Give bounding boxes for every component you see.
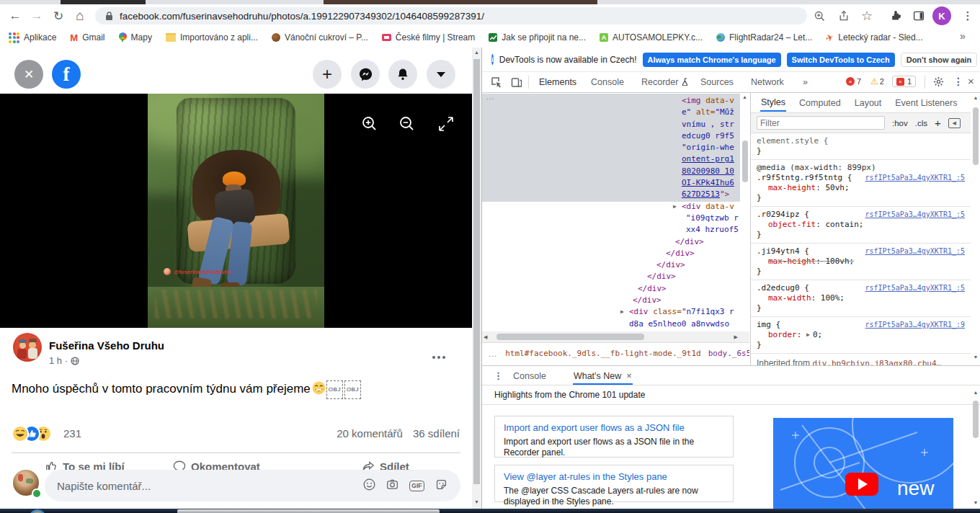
devtools-close-icon[interactable]: × [968,75,974,87]
post-photo[interactable]: @fuserinavsehodruhu [148,94,324,328]
zoom-in-button[interactable] [361,115,378,135]
dont-show-again-button[interactable]: Don't show again [901,53,978,67]
styles-scrollbar[interactable]: ▲ ▼ [971,93,980,365]
style-rule[interactable]: img {rsfIPt5aPa3…4gyXKTR1_:9 border0; } [751,316,971,353]
tab-event-listeners[interactable]: Event Listeners [894,93,958,112]
reload-button[interactable]: ↻ [49,6,68,25]
dom-tree[interactable]: <img data-v e" alt="Můž vnímu , str edcu… [482,95,740,330]
drawer-tab-console[interactable]: Console [512,366,547,385]
account-menu-button[interactable] [427,60,455,89]
tab-close-icon[interactable]: × [626,370,632,381]
tab-console[interactable]: Console [590,72,625,92]
post-time[interactable]: 1 h [49,355,62,366]
share-button[interactable]: Sdílet [362,460,409,470]
fullscreen-button[interactable] [437,115,455,135]
style-rule[interactable]: .r0294ipz {rsfIPt5aPa3…4gyXKTR1_:5 objec… [751,206,971,243]
scroll-left-arrow[interactable]: ◀ [484,331,487,342]
bookmark-item[interactable]: Jak se připojit na ne... [489,32,586,43]
post-author-avatar[interactable] [13,333,42,362]
device-toolbar-icon[interactable] [511,76,522,91]
attach-photo-icon[interactable] [386,478,398,494]
page-scrollbar[interactable]: ▲ ▼ [472,48,481,509]
back-button[interactable]: ← [6,6,24,25]
facebook-logo[interactable]: f [52,60,81,89]
tab-sources[interactable]: Sources [700,72,734,92]
forward-button[interactable]: → [27,6,46,25]
breadcrumb-overflow[interactable]: ... [489,349,497,358]
bookmark-item[interactable]: M Gmail [70,32,104,43]
scroll-down-arrow[interactable]: ▼ [971,498,980,508]
match-language-button[interactable]: Always match Chrome's language [643,53,781,67]
shares-count[interactable]: 36 sdílení [413,427,460,440]
side-panel-icon[interactable] [909,6,928,25]
computed-panel-toggle-icon[interactable]: ◀ [948,118,961,128]
emoji-picker-icon[interactable] [363,478,375,494]
messenger-button[interactable] [351,60,380,89]
bookmark-item[interactable]: A AUTOSAMOLEPKY.c... [600,32,703,43]
extensions-icon[interactable] [886,6,905,25]
error-badge[interactable]: × 7 [846,77,861,86]
elements-hscrollbar[interactable]: ◀ ▶ [482,331,749,342]
tab-recorder[interactable]: Recorder [641,72,689,92]
bookmark-item[interactable]: Aplikace [9,32,56,43]
create-post-button[interactable]: + [313,60,342,89]
whatsnew-card-title[interactable]: View @layer at-rules in the Styles pane [504,471,724,482]
new-style-rule-button[interactable]: + [935,117,941,129]
elements-scrollbar[interactable]: ▲ [740,93,749,331]
photo-close-button[interactable]: ✕ [14,60,43,89]
style-rule[interactable]: element.style { } [751,133,971,159]
devtools-menu-icon[interactable]: ⋮ [953,76,963,87]
hover-state-toggle[interactable]: :hov [892,119,908,128]
stylesheet-link[interactable]: rsfIPt5aPa3…4gyXKTR1_:5 [865,283,965,293]
style-rule[interactable]: .ji94ytn4 {rsfIPt5aPa3…4gyXKTR1_:5 max-h… [751,243,971,280]
comment-input-pill[interactable]: Napište komentář... GIF [45,470,460,501]
bookmark-item[interactable]: Importováno z apli... [166,32,258,43]
taskbar-window-button[interactable] [177,509,440,513]
styles-filter-input[interactable] [757,116,885,130]
switch-czech-button[interactable]: Switch DevTools to Czech [787,53,895,67]
scroll-up-arrow[interactable]: ▲ [740,93,749,103]
tab-computed[interactable]: Computed [798,93,842,112]
stylesheet-link[interactable]: rsfIPt5aPa3…4gyXKTR1_:5 [865,210,965,220]
scroll-up-arrow[interactable]: ▲ [472,48,481,58]
browser-menu-icon[interactable]: ⋮ [958,6,977,25]
youtube-play-button[interactable] [845,473,878,496]
haha-reaction-icon[interactable] [12,425,29,442]
warning-badge[interactable]: ⚠ 2 [870,76,884,86]
breadcrumb-html[interactable]: html#facebook._9dls.__fb-light-mode._9t1… [505,349,701,358]
stylesheet-link[interactable]: rsfIPt5aPa3…4gyXKTR1_:9 [865,320,965,330]
class-toggle[interactable]: .cls [915,119,927,128]
profile-avatar[interactable]: K [932,6,951,25]
zoom-out-button[interactable] [398,115,416,135]
address-bar[interactable]: facebook.com/fuserinavsehodruhu/photos/a… [95,7,807,24]
tab-network[interactable]: Network [750,72,785,92]
settings-gear-icon[interactable] [933,76,944,90]
share-icon[interactable] [834,6,853,25]
style-rule[interactable]: .d2edcug0 {rsfIPt5aPa3…4gyXKTR1_:5 max-w… [751,280,971,316]
issues-badge[interactable]: × 1 [892,76,916,87]
inherited-node-link[interactable]: div.bp9cbjvn.j83agx80.cbu4… [812,359,941,365]
tab-styles[interactable]: Styles [760,94,786,112]
more-tabs-chevron[interactable]: » [802,72,808,92]
start-orb[interactable] [29,509,46,513]
zoom-icon[interactable] [810,6,829,25]
scroll-up-arrow[interactable]: ▲ [971,388,980,398]
style-rule[interactable]: @media (max-width: 899px) .r9f5tntg.r9f5… [751,159,971,206]
scroll-down-arrow[interactable]: ▼ [971,352,980,362]
scroll-down-arrow[interactable]: ▼ [472,497,481,507]
breadcrumb-body[interactable]: body._6s5 [708,349,749,358]
bookmark-star-icon[interactable]: ☆ [858,6,876,25]
bookmark-item[interactable]: Vánoční cukroví – P... [272,32,368,43]
tab-layout[interactable]: Layout [854,93,883,112]
post-options-button[interactable] [432,349,445,362]
drawer-scrollbar[interactable]: ▲ ▼ [971,388,980,509]
sticker-icon[interactable] [435,478,447,494]
comments-count[interactable]: 20 komentářů [337,427,403,440]
drawer-tab-whats-new[interactable]: What's New × [573,366,633,385]
whatsnew-card-title[interactable]: Import and export user flows as a JSON f… [504,422,724,433]
bookmark-item[interactable]: FlightRadar24 – Let... [716,32,812,43]
bookmark-item[interactable]: Mapy [119,32,152,43]
bookmark-item[interactable]: ✈ Letecký radar - Sled... [826,32,922,43]
comment-button[interactable]: Okomentovat [173,460,260,470]
scroll-up-arrow[interactable]: ▲ [971,93,980,103]
